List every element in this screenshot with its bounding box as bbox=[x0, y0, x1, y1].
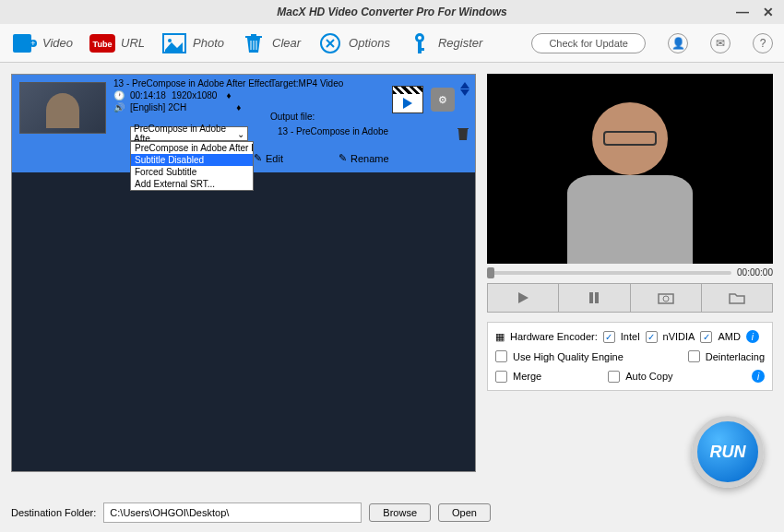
hq-checkbox[interactable] bbox=[495, 350, 507, 362]
dropdown-item[interactable]: Add External SRT... bbox=[131, 178, 253, 190]
rename-button[interactable]: ✎Rename bbox=[339, 152, 389, 164]
rename-icon: ✎ bbox=[339, 152, 347, 164]
snapshot-button[interactable] bbox=[631, 284, 702, 312]
close-button[interactable]: ✕ bbox=[760, 4, 777, 20]
svg-text:+: + bbox=[30, 39, 35, 48]
svg-point-12 bbox=[418, 36, 422, 40]
svg-rect-15 bbox=[589, 292, 593, 303]
video-icon: + bbox=[11, 30, 37, 56]
pause-button[interactable] bbox=[559, 284, 630, 312]
move-down-button[interactable] bbox=[460, 89, 469, 96]
time-display: 00:00:00 bbox=[737, 267, 773, 278]
target-label: Target:MP4 Video bbox=[270, 78, 343, 89]
main-toolbar: + Video Tube URL Photo Clear Options Reg… bbox=[0, 24, 784, 63]
file-duration: 00:14:18 bbox=[130, 90, 166, 100]
file-item[interactable]: 13 - PreCompose in Adobe After Effect 🕐 … bbox=[12, 75, 475, 172]
dropdown-item[interactable]: Forced Subtitle bbox=[131, 166, 253, 178]
nvidia-checkbox[interactable] bbox=[646, 331, 658, 343]
key-icon bbox=[407, 30, 433, 56]
destination-label: Destination Folder: bbox=[11, 507, 96, 518]
subtitle-dropdown-menu: PreCompose in Adobe After Ef Subtitle Di… bbox=[130, 141, 254, 191]
folder-button[interactable] bbox=[702, 284, 772, 312]
mail-button[interactable]: ✉ bbox=[710, 33, 731, 53]
account-button[interactable]: 👤 bbox=[668, 33, 688, 53]
encoder-options: ▦ Hardware Encoder: Intel nVIDIA AMD i U… bbox=[487, 322, 773, 391]
dropdown-item[interactable]: Subtitle Disabled bbox=[131, 154, 253, 166]
titlebar: MacX HD Video Converter Pro For Windows … bbox=[0, 0, 784, 24]
minimize-button[interactable]: — bbox=[734, 4, 751, 20]
toolbar-photo[interactable]: Photo bbox=[161, 30, 224, 56]
svg-rect-16 bbox=[595, 292, 599, 303]
info-icon[interactable]: i bbox=[746, 330, 759, 343]
svg-text:Tube: Tube bbox=[93, 40, 113, 49]
toolbar-clear[interactable]: Clear bbox=[241, 30, 301, 56]
intel-checkbox[interactable] bbox=[603, 331, 615, 343]
delete-item-button[interactable] bbox=[457, 126, 469, 143]
browse-button[interactable]: Browse bbox=[369, 503, 431, 522]
autocopy-checkbox[interactable] bbox=[608, 371, 620, 383]
open-button[interactable]: Open bbox=[438, 503, 491, 522]
play-button[interactable] bbox=[488, 284, 559, 312]
output-file-label: Output file: bbox=[270, 112, 315, 122]
photo-icon bbox=[161, 30, 187, 56]
file-thumbnail[interactable] bbox=[19, 82, 106, 134]
svg-rect-0 bbox=[13, 34, 31, 53]
info-icon[interactable]: i bbox=[752, 370, 765, 383]
subtitle-dropdown[interactable]: PreCompose in Adobe Afte⌄ bbox=[130, 126, 248, 141]
video-preview[interactable] bbox=[487, 74, 773, 264]
amd-checkbox[interactable] bbox=[700, 331, 712, 343]
seek-bar[interactable] bbox=[487, 271, 731, 275]
file-title: 13 - PreCompose in Adobe After Effect bbox=[113, 78, 272, 89]
toolbar-video[interactable]: + Video bbox=[11, 30, 73, 56]
trash-icon bbox=[241, 30, 267, 56]
edit-icon: ✎ bbox=[254, 152, 262, 164]
file-list-panel: 13 - PreCompose in Adobe After Effect 🕐 … bbox=[11, 74, 476, 472]
youtube-icon: Tube bbox=[89, 30, 115, 56]
dropdown-item[interactable]: PreCompose in Adobe After Ef bbox=[131, 142, 253, 154]
edit-button[interactable]: ✎Edit bbox=[254, 152, 283, 164]
hw-encoder-label: Hardware Encoder: bbox=[510, 331, 598, 342]
svg-rect-14 bbox=[418, 48, 424, 51]
toolbar-url[interactable]: Tube URL bbox=[89, 30, 145, 56]
file-resolution: 1920x1080 bbox=[172, 90, 218, 100]
file-audio: [English] 2CH bbox=[130, 102, 186, 112]
settings-button[interactable]: ⚙ bbox=[431, 88, 455, 112]
help-button[interactable]: ? bbox=[753, 33, 773, 53]
chip-icon: ▦ bbox=[495, 331, 505, 343]
move-up-button[interactable] bbox=[460, 82, 469, 89]
toolbar-options[interactable]: Options bbox=[317, 30, 390, 56]
svg-rect-13 bbox=[418, 41, 422, 53]
destination-input[interactable] bbox=[103, 502, 362, 523]
speaker-icon: 🔊 bbox=[113, 102, 125, 112]
svg-point-18 bbox=[663, 296, 669, 301]
app-title: MacX HD Video Converter Pro For Windows bbox=[277, 6, 506, 18]
options-icon bbox=[317, 30, 343, 56]
toolbar-register[interactable]: Register bbox=[407, 30, 482, 56]
check-update-button[interactable]: Check for Update bbox=[531, 33, 646, 53]
svg-point-6 bbox=[168, 39, 172, 42]
output-file-name: 13 - PreCompose in Adobe bbox=[278, 126, 388, 136]
clock-icon: 🕐 bbox=[113, 90, 125, 100]
merge-checkbox[interactable] bbox=[495, 371, 507, 383]
deinterlace-checkbox[interactable] bbox=[688, 350, 700, 362]
preview-button[interactable] bbox=[392, 86, 423, 113]
run-button[interactable]: RUN bbox=[692, 416, 764, 488]
